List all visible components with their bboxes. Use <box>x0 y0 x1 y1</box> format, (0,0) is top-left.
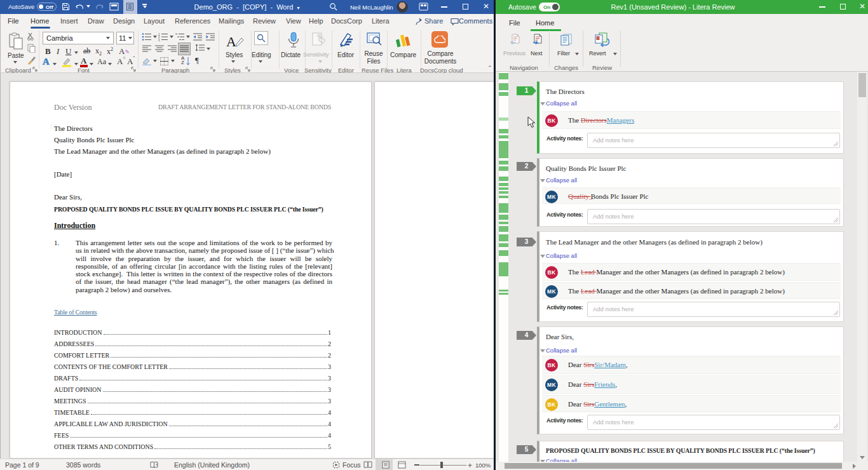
svg-text:3: 3 <box>158 39 160 42</box>
